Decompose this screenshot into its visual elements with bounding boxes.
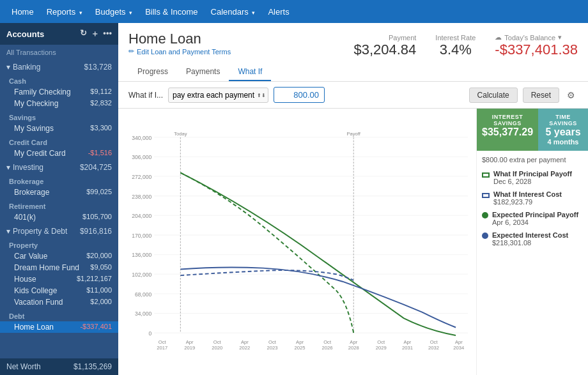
svg-text:Oct: Oct bbox=[159, 339, 167, 345]
sidebar-group-property-debt[interactable]: ▾Property & Debt $916,816 bbox=[0, 224, 118, 238]
svg-text:204,000: 204,000 bbox=[132, 213, 151, 219]
banking-credit-group: Credit Card My Credit Card -$1,516 bbox=[0, 135, 118, 160]
sidebar-item-kids-college[interactable]: Kids College $11,000 bbox=[0, 285, 118, 296]
retirement-group: Retirement 401(k) $105,700 bbox=[0, 199, 118, 224]
svg-text:Apr: Apr bbox=[350, 339, 357, 345]
savings-label: Savings bbox=[0, 112, 118, 123]
tab-whatif[interactable]: What If bbox=[229, 63, 271, 81]
svg-text:2032: 2032 bbox=[428, 345, 439, 351]
legend-expected-principal: Expected Principal Payoff Apr 6, 2034 bbox=[477, 211, 588, 226]
nav-bills-income[interactable]: Bills & Income bbox=[139, 3, 204, 20]
time-savings-sub: 4 months bbox=[543, 138, 583, 146]
cloud-icon: ☁ bbox=[495, 33, 502, 42]
calendars-dropdown-arrow: ▾ bbox=[252, 10, 255, 16]
svg-text:2017: 2017 bbox=[157, 345, 167, 351]
interest-savings-box: INTEREST SAVINGS $35,377.29 bbox=[477, 109, 538, 151]
property-label: Property bbox=[0, 240, 118, 250]
expected-interest-text: Expected Interest Cost $218,301.08 bbox=[492, 231, 568, 247]
sidebar-item-family-checking[interactable]: Family Checking $9,112 bbox=[0, 86, 118, 98]
property-debt-amount: $916,816 bbox=[80, 227, 112, 236]
sidebar-item-my-checking[interactable]: My Checking $2,832 bbox=[0, 98, 118, 109]
sidebar-item-401k[interactable]: 401(k) $105,700 bbox=[0, 211, 118, 223]
svg-text:136,000: 136,000 bbox=[132, 252, 151, 258]
debt-group: Debt Home Loan -$337,401 bbox=[0, 309, 118, 334]
whatif-select[interactable]: pay extra each payment pay extra each ye… bbox=[168, 88, 268, 103]
vacation-fund-label: Vacation Fund bbox=[14, 298, 63, 307]
svg-text:2034: 2034 bbox=[453, 345, 465, 351]
investing-label: Investing bbox=[13, 163, 43, 172]
time-savings-box: TIME SAVINGS 5 years 4 months bbox=[538, 109, 588, 151]
net-worth-label: Net Worth bbox=[6, 362, 41, 371]
svg-text:Oct: Oct bbox=[323, 339, 332, 345]
all-transactions-link[interactable]: All Transactions bbox=[0, 45, 118, 60]
house-amount: $1,212,167 bbox=[77, 275, 112, 284]
sidebar-item-car-value[interactable]: Car Value $20,000 bbox=[0, 250, 118, 262]
savings-header: INTEREST SAVINGS $35,377.29 TIME SAVINGS… bbox=[477, 109, 588, 151]
expected-interest-icon bbox=[482, 233, 488, 239]
tab-payments[interactable]: Payments bbox=[177, 63, 229, 81]
sidebar-item-dream-home[interactable]: Dream Home Fund $9,050 bbox=[0, 262, 118, 273]
investing-amount: $204,725 bbox=[80, 163, 112, 172]
nav-budgets[interactable]: Budgets ▾ bbox=[89, 3, 139, 20]
whatif-amount-input[interactable] bbox=[274, 87, 325, 103]
net-worth-value: $1,135,269 bbox=[74, 362, 112, 371]
extra-payment-note: $800.00 extra per payment bbox=[477, 151, 588, 164]
sidebar-item-home-loan[interactable]: Home Loan -$337,401 bbox=[0, 321, 118, 333]
whatif-select-wrapper: pay extra each payment pay extra each ye… bbox=[168, 88, 268, 103]
svg-text:2031: 2031 bbox=[402, 345, 413, 351]
sidebar: Accounts ↻ ＋ ••• All Transactions ▾Banki… bbox=[0, 23, 118, 375]
sidebar-item-vacation-fund[interactable]: Vacation Fund $2,000 bbox=[0, 296, 118, 308]
chart-side-panel: INTEREST SAVINGS $35,377.29 TIME SAVINGS… bbox=[476, 109, 588, 375]
sidebar-item-my-credit-card[interactable]: My Credit Card -$1,516 bbox=[0, 148, 118, 159]
nav-alerts[interactable]: Alerts bbox=[261, 3, 295, 20]
more-options-icon[interactable]: ••• bbox=[103, 28, 112, 40]
calculate-button[interactable]: Calculate bbox=[469, 88, 518, 103]
retirement-label: Retirement bbox=[0, 201, 118, 211]
edit-loan-link[interactable]: ✏ Edit Loan and Payment Terms bbox=[128, 47, 231, 56]
credit-card-label: Credit Card bbox=[0, 137, 118, 148]
my-credit-card-label: My Credit Card bbox=[14, 149, 66, 158]
family-checking-amount: $9,112 bbox=[90, 88, 112, 96]
page-title-section: Home Loan ✏ Edit Loan and Payment Terms bbox=[128, 31, 231, 61]
whatif-label: What if I... bbox=[128, 91, 163, 100]
nav-home[interactable]: Home bbox=[5, 3, 40, 20]
chevron-down-icon[interactable]: ▾ bbox=[558, 33, 562, 42]
whatif-interest-title: What If Interest Cost bbox=[493, 190, 562, 198]
whatif-interest-icon bbox=[482, 193, 490, 198]
reset-button[interactable]: Reset bbox=[523, 88, 559, 103]
svg-text:102,000: 102,000 bbox=[132, 272, 151, 278]
home-loan-amount: -$337,401 bbox=[80, 323, 112, 332]
settings-icon[interactable]: ⚙ bbox=[564, 88, 578, 103]
sidebar-item-my-savings[interactable]: My Savings $3,300 bbox=[0, 123, 118, 134]
time-savings-value: 5 years bbox=[543, 126, 583, 138]
chart-wrapper: 340,000 306,000 272,000 238,000 204,000 … bbox=[118, 109, 588, 375]
dream-home-amount: $9,050 bbox=[90, 263, 112, 272]
whatif-interest-subtitle: $182,923.79 bbox=[493, 198, 562, 206]
net-worth-bar: Net Worth $1,135,269 bbox=[0, 358, 118, 375]
sidebar-icons: ↻ ＋ ••• bbox=[80, 28, 112, 40]
nav-calendars[interactable]: Calendars ▾ bbox=[205, 3, 262, 20]
nav-reports[interactable]: Reports ▾ bbox=[40, 3, 89, 20]
whatif-principal-text: What If Principal Payoff Dec 6, 2028 bbox=[493, 170, 572, 185]
interest-rate-label: Interest Rate bbox=[435, 34, 476, 42]
car-value-label: Car Value bbox=[14, 252, 47, 261]
svg-text:Apr: Apr bbox=[241, 339, 249, 345]
car-value-amount: $20,000 bbox=[86, 252, 112, 261]
my-checking-label: My Checking bbox=[14, 99, 58, 108]
svg-text:34,000: 34,000 bbox=[135, 310, 152, 317]
brokerage-group: Brokerage Brokerage $99,025 bbox=[0, 174, 118, 199]
sidebar-group-banking[interactable]: ▾Banking $13,728 bbox=[0, 60, 118, 74]
sidebar-group-investing[interactable]: ▾Investing $204,725 bbox=[0, 160, 118, 174]
add-account-icon[interactable]: ＋ bbox=[91, 28, 99, 40]
whatif-principal-subtitle: Dec 6, 2028 bbox=[493, 178, 572, 185]
cash-label: Cash bbox=[0, 75, 118, 86]
svg-text:68,000: 68,000 bbox=[135, 291, 152, 298]
expected-principal-text: Expected Principal Payoff Apr 6, 2034 bbox=[492, 211, 578, 226]
sidebar-item-brokerage[interactable]: Brokerage $99,025 bbox=[0, 187, 118, 198]
chart-area: 340,000 306,000 272,000 238,000 204,000 … bbox=[118, 109, 476, 375]
sidebar-item-house[interactable]: House $1,212,167 bbox=[0, 273, 118, 285]
balance-block: ☁ Today's Balance ▾ -$337,401.38 bbox=[495, 33, 578, 58]
refresh-icon[interactable]: ↻ bbox=[80, 28, 87, 40]
tab-progress[interactable]: Progress bbox=[128, 63, 177, 81]
property-debt-label: Property & Debt bbox=[13, 227, 67, 236]
